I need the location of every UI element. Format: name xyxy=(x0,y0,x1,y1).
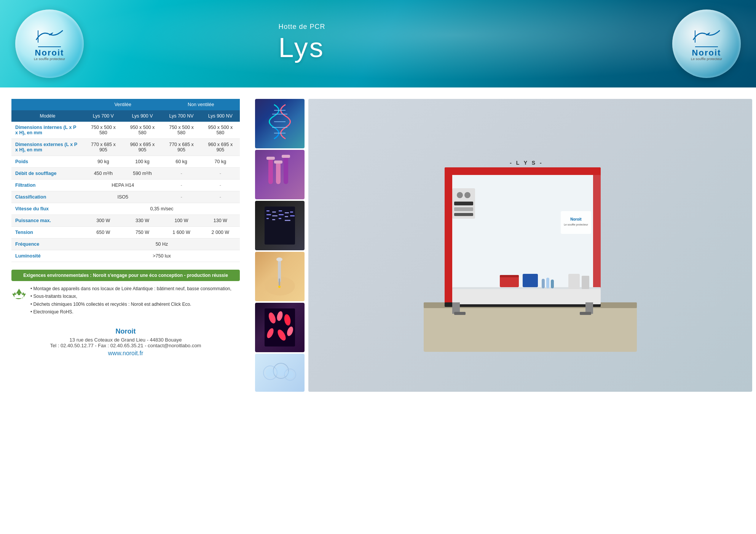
table-row: Dimensions externes (L x P x H), en mm 7… xyxy=(11,139,240,156)
env-list: Montage des appareils dans nos locaux de… xyxy=(11,285,240,316)
logo-bubble-left: Noroit Le souffle protecteur xyxy=(15,10,84,78)
env-bullet-4: Electronique RoHS. xyxy=(30,308,231,316)
svg-point-31 xyxy=(276,257,282,261)
svg-rect-12 xyxy=(282,155,290,158)
env-title: Exigences environnementales : Noroit s'e… xyxy=(11,270,240,281)
logo-bubble-right: Noroit Le souffle protecteur xyxy=(672,10,741,78)
pcr-hood-illustration: - L Y S - Noroit Le souffle protecteur xyxy=(424,139,637,352)
svg-rect-50 xyxy=(445,167,452,304)
header-left-logo: Noroit Le souffle protecteur xyxy=(11,8,88,80)
svg-rect-74 xyxy=(582,276,589,289)
header-right-logo: Noroit Le souffle protecteur xyxy=(668,8,745,80)
footer-address: 13 rue des Coteaux de Grand Lieu - 44830… xyxy=(19,337,232,343)
chromosomes-image xyxy=(255,303,305,352)
svg-point-45 xyxy=(286,371,294,378)
bubbles-image xyxy=(255,354,305,392)
svg-rect-49 xyxy=(445,167,601,175)
lys700v-header: Lys 700 V xyxy=(84,110,123,122)
bird-icon xyxy=(34,27,65,46)
svg-rect-68 xyxy=(500,275,519,277)
table-row: Débit de soufflage 450 m³/h 590 m³/h - - xyxy=(11,168,240,180)
svg-rect-15 xyxy=(266,214,271,215)
svg-rect-69 xyxy=(523,274,538,287)
table-row: Poids 90 kg 100 kg 60 kg 70 kg xyxy=(11,156,240,168)
svg-point-43 xyxy=(266,368,275,377)
header-title: Lys xyxy=(278,34,325,61)
header-subtitle: Hotte de PCR xyxy=(278,23,325,31)
bird-icon-right xyxy=(691,27,722,46)
svg-rect-62 xyxy=(454,207,473,211)
table-row: Vitesse du flux 0,35 m/sec xyxy=(11,203,240,215)
header-center: Hotte de PCR Lys xyxy=(278,23,325,61)
footer-website: www.noroit.fr xyxy=(19,350,232,357)
svg-rect-7 xyxy=(268,157,273,184)
svg-rect-11 xyxy=(274,161,282,164)
env-bullet-1: Montage des appareils dans nos locaux de… xyxy=(30,285,231,292)
svg-rect-63 xyxy=(454,213,473,216)
footer-company: Noroit xyxy=(19,327,232,335)
ventilee-header: Ventilée xyxy=(84,99,162,110)
footer-contact: Tel : 02.40.50.12.77 - Fax : 02.40.65.35… xyxy=(19,343,232,348)
gel-image xyxy=(255,201,305,250)
svg-rect-21 xyxy=(279,214,284,215)
env-bullet-2: Sous-traitants locaux, xyxy=(30,292,231,300)
table-row: Fréquence 50 Hz xyxy=(11,238,240,250)
lys900nv-header: Lys 900 NV xyxy=(201,110,240,122)
modele-label: Modèle xyxy=(11,110,84,122)
svg-rect-10 xyxy=(266,157,275,160)
svg-point-32 xyxy=(278,286,281,288)
svg-rect-16 xyxy=(266,218,269,219)
svg-rect-25 xyxy=(285,220,290,221)
svg-text:Noroit: Noroit xyxy=(570,217,582,221)
svg-rect-78 xyxy=(580,312,591,315)
section-header-row: Ventilée Non ventilée xyxy=(11,99,240,110)
image-strip xyxy=(255,99,305,392)
svg-rect-27 xyxy=(290,215,295,216)
table-row: Filtration HEPA H14 - - xyxy=(11,180,240,191)
model-header-row: Modèle Lys 700 V Lys 900 V Lys 700 NV Ly… xyxy=(11,110,240,122)
svg-rect-73 xyxy=(568,274,580,289)
svg-rect-77 xyxy=(454,312,466,315)
pipette-image xyxy=(255,252,305,301)
left-panel: Ventilée Non ventilée Modèle Lys 700 V L… xyxy=(0,95,251,396)
svg-point-59 xyxy=(457,192,463,198)
header: Noroit Le souffle protecteur Hotte de PC… xyxy=(0,0,756,87)
table-row: Tension 650 W 750 W 1 600 W 2 000 W xyxy=(11,227,240,238)
svg-rect-18 xyxy=(272,215,278,216)
env-bullets: Montage des appareils dans nos locaux de… xyxy=(30,285,231,316)
svg-rect-30 xyxy=(279,278,280,286)
svg-point-44 xyxy=(276,366,286,376)
svg-rect-71 xyxy=(546,278,549,288)
svg-rect-14 xyxy=(266,210,270,211)
svg-text:Le souffle protecteur: Le souffle protecteur xyxy=(564,223,588,226)
right-panel: - L Y S - Noroit Le souffle protecteur xyxy=(251,95,756,396)
svg-rect-24 xyxy=(285,216,288,217)
svg-text:- L Y S -: - L Y S - xyxy=(510,160,543,166)
svg-rect-67 xyxy=(500,276,519,287)
product-image: - L Y S - Noroit Le souffle protecteur xyxy=(308,99,752,392)
table-row: Dimensions internes (L x P x H), en mm 7… xyxy=(11,122,240,139)
recycle-icon xyxy=(11,287,27,302)
non-ventilee-header: Non ventilée xyxy=(162,99,240,110)
tubes-image xyxy=(255,150,305,199)
empty-header xyxy=(11,99,84,110)
svg-rect-61 xyxy=(454,202,473,205)
svg-rect-19 xyxy=(272,219,275,220)
svg-point-60 xyxy=(464,192,471,198)
svg-rect-22 xyxy=(279,218,281,219)
svg-rect-70 xyxy=(542,279,545,288)
main-content: Ventilée Non ventilée Modèle Lys 700 V L… xyxy=(0,87,756,403)
svg-rect-26 xyxy=(290,211,293,213)
footer: Noroit 13 rue des Coteaux de Grand Lieu … xyxy=(11,320,240,364)
table-row: Puissance max. 300 W 330 W 100 W 130 W xyxy=(11,215,240,227)
svg-rect-23 xyxy=(285,212,289,213)
lys700nv-header: Lys 700 NV xyxy=(162,110,201,122)
spec-table: Ventilée Non ventilée Modèle Lys 700 V L… xyxy=(11,99,240,262)
svg-rect-8 xyxy=(276,161,281,184)
svg-rect-9 xyxy=(284,156,288,184)
table-row: Luminosité >750 lux xyxy=(11,250,240,262)
svg-rect-55 xyxy=(452,289,601,304)
svg-rect-72 xyxy=(551,280,554,288)
env-bullet-3: Déchets chimiques 100% collectés et recy… xyxy=(30,300,231,308)
svg-rect-17 xyxy=(272,211,276,213)
